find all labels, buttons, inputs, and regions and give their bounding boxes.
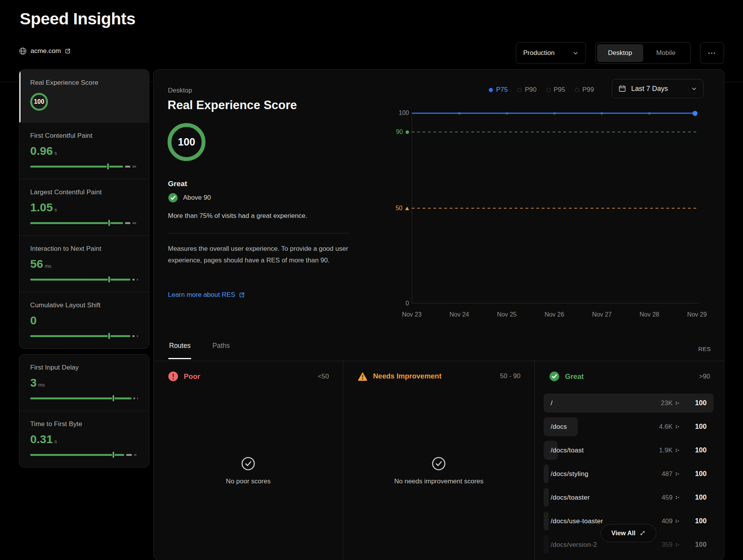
rating-detail-row: Above 90 [168, 193, 211, 203]
route-score: 100 [680, 493, 707, 502]
route-path: /docs/toast [551, 447, 659, 454]
metric-threshold-bar [30, 163, 138, 170]
metric-value: 0.96 [30, 144, 53, 158]
metric-threshold-bar [30, 220, 138, 226]
x-axis-tick: Nov 27 [592, 311, 612, 318]
legend-dot-icon [517, 88, 522, 92]
environment-select[interactable]: Production [516, 42, 586, 64]
needs-improvement-empty-text: No needs improvement scores [394, 478, 484, 485]
legend-label: P90 [525, 86, 536, 94]
route-score: 100 [680, 399, 707, 407]
learn-more-link[interactable]: Learn more about RES [168, 291, 245, 299]
bar-poor-segment [134, 454, 137, 456]
bar-good-segment [30, 166, 123, 168]
x-axis-tick: Nov 29 [687, 311, 707, 318]
sidebar-metric-fcp[interactable]: First Contentful Paint 0.96 s [19, 122, 149, 179]
panel-title: Real Experience Score [168, 98, 297, 112]
percentile-legend: P75 P90 P95 P99 [489, 86, 594, 94]
metric-value-row: 0.31 s [30, 433, 138, 446]
needs-improvement-empty-state: No needs improvement scores [394, 457, 484, 485]
date-range-value: Last 7 Days [631, 85, 668, 93]
ellipsis-icon: ⋯ [708, 48, 716, 58]
metric-unit: ms [38, 382, 45, 388]
route-visitors: 23K [661, 399, 673, 407]
route-score: 100 [680, 517, 707, 525]
route-score: 100 [680, 446, 707, 454]
metric-value-row: 1.05 s [30, 201, 138, 214]
score-ring: 100 [168, 123, 205, 161]
tab-paths[interactable]: Paths [212, 342, 231, 358]
legend-dot-icon [575, 88, 579, 92]
tab-routes[interactable]: Routes [168, 342, 191, 359]
route-path: / [551, 399, 661, 407]
poor-empty-state: No poor scores [226, 457, 270, 485]
x-axis-tick: Nov 26 [544, 311, 564, 318]
route-row[interactable]: /docs/toast 1.9K 100 [544, 441, 714, 460]
more-options-button[interactable]: ⋯ [700, 42, 724, 64]
metric-value-row: 3 ms [30, 376, 138, 390]
sidebar-metric-res[interactable]: Real Experience Score 100 [19, 70, 149, 122]
legend-item-p99[interactable]: P99 [575, 86, 594, 94]
route-visitors: 459 [662, 494, 673, 502]
description-text: Measures the overall user experience. To… [168, 243, 363, 266]
route-row[interactable]: / 23K 100 [544, 394, 714, 413]
check-circle-outline-icon [394, 457, 484, 471]
bar-good-segment [30, 454, 124, 456]
environment-value: Production [523, 49, 555, 57]
sidebar-metric-cls[interactable]: Cumulative Layout Shift 0 [19, 292, 149, 348]
res-column-label: RES [698, 346, 711, 353]
metric-value-row: 56 ms [30, 257, 138, 271]
route-row[interactable]: /docs/toaster 459 100 [544, 488, 714, 507]
date-range-select[interactable]: Last 7 Days [612, 79, 704, 98]
site-link[interactable]: acme.com [19, 47, 71, 55]
metric-unit: s [54, 150, 57, 156]
metric-label: Interaction to Next Paint [30, 245, 138, 253]
route-visitors: 4.6K [659, 423, 673, 431]
bar-good-segment [30, 279, 130, 281]
x-axis-tick: Nov 25 [497, 311, 517, 318]
visitors-dots-icon [675, 495, 680, 500]
metric-value: 3 [30, 376, 37, 389]
y-axis-tick-0: 0 [370, 300, 409, 307]
device-tab-mobile[interactable]: Mobile [643, 44, 689, 62]
bar-mid-segment [134, 397, 135, 399]
sidebar-metric-inp[interactable]: Interaction to Next Paint 56 ms [19, 235, 149, 292]
visitors-dots-icon [675, 542, 680, 547]
sidebar-metric-lcp[interactable]: Largest Contentful Paint 1.05 s [19, 179, 149, 235]
data-point [458, 112, 461, 115]
x-axis-line [412, 303, 699, 303]
threshold-90-line [412, 132, 697, 132]
warning-triangle-icon [358, 371, 368, 381]
threshold-marker-icon [405, 207, 409, 210]
route-visitors: 409 [662, 517, 673, 525]
metric-unit: ms [45, 263, 51, 269]
device-tab-desktop[interactable]: Desktop [597, 44, 643, 62]
data-point [505, 112, 508, 115]
bar-poor-segment [137, 335, 138, 337]
legend-item-p95[interactable]: P95 [546, 86, 565, 94]
bar-poor-segment [137, 279, 138, 281]
rating-detail-text: Above 90 [183, 194, 211, 202]
view-all-button[interactable]: View All [601, 524, 656, 542]
route-row[interactable]: /docs 4.6K 100 [544, 417, 714, 436]
poor-label: Poor [184, 372, 200, 381]
visitors-dots-icon [675, 448, 680, 453]
x-axis-tick: Nov 28 [640, 311, 659, 318]
bar-value-marker [108, 276, 110, 283]
metric-label: First Contentful Paint [30, 132, 138, 140]
visitors-dots-icon [675, 519, 680, 524]
legend-item-p75[interactable]: P75 [489, 86, 508, 94]
learn-more-label: Learn more about RES [168, 291, 235, 299]
route-row[interactable]: /docs/styling 487 100 [544, 464, 714, 483]
bar-mid-segment [132, 279, 135, 281]
sidebar-metric-ttfb[interactable]: Time to First Byte 0.31 s [19, 411, 149, 467]
poor-column: Poor <50 No poor scores [154, 361, 343, 560]
legend-dot-icon [546, 88, 551, 92]
metric-label: First Input Delay [30, 364, 138, 372]
globe-icon [19, 47, 27, 55]
metric-label: Time to First Byte [30, 420, 138, 428]
sidebar-metric-fid[interactable]: First Input Delay 3 ms [19, 354, 149, 411]
great-column-header: Great >90 [535, 361, 724, 382]
route-traffic-bar [544, 535, 549, 554]
legend-item-p90[interactable]: P90 [517, 86, 536, 94]
